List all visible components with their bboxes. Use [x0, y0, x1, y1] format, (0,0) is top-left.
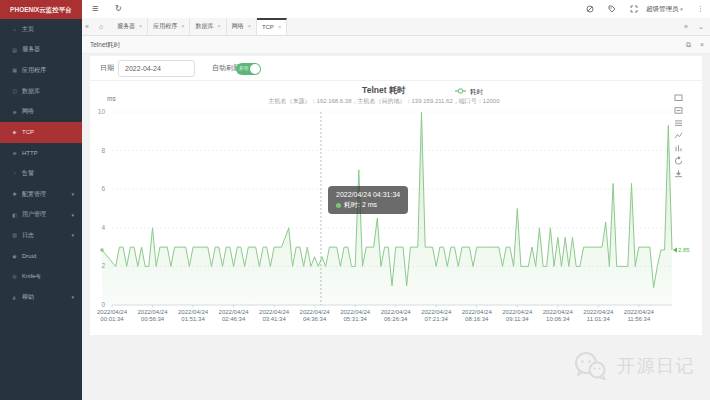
sidebar-item-label: HTTP: [22, 150, 38, 156]
tab-close-icon[interactable]: ×: [181, 23, 184, 29]
switch-bar-icon[interactable]: [676, 145, 681, 151]
x-tick-label: 2022/04/2411:56:34: [624, 309, 655, 322]
druid-icon: ◉: [11, 253, 18, 259]
date-label: 日期: [100, 63, 114, 73]
tab-label: 数据库: [195, 23, 213, 29]
y-tick-label: 10: [98, 108, 106, 115]
sidebar-item-服务器[interactable]: ▤服务器: [0, 40, 82, 61]
wechat-icon: [573, 352, 609, 380]
tab-close-icon[interactable]: ×: [139, 23, 142, 29]
sidebar-item-label: 日志: [22, 231, 34, 240]
x-tick-label: 2022/04/2405:31:34: [340, 309, 371, 322]
sidebar-item-配置管理[interactable]: ✱配置管理▾: [0, 184, 82, 205]
knife4j-icon: ◎: [11, 273, 18, 279]
tab-数据库[interactable]: 数据库×: [190, 18, 226, 35]
chevron-down-icon: ▾: [71, 294, 74, 300]
y-axis-unit: ms: [107, 95, 116, 102]
tab-网络[interactable]: 网络×: [227, 18, 257, 35]
page-title: Telnet耗时: [90, 36, 120, 53]
last-value-marker: [673, 247, 677, 252]
sidebar-item-应用程序[interactable]: ▦应用程序: [0, 60, 82, 81]
refresh-icon[interactable]: ↻: [115, 0, 122, 18]
tabs-back-icon[interactable]: «: [85, 18, 89, 35]
save-image-icon[interactable]: [675, 170, 682, 177]
sidebar-item-日志[interactable]: ▥日志▾: [0, 225, 82, 246]
home-icon: ⌂: [11, 26, 18, 32]
tab-close-icon[interactable]: ×: [248, 23, 251, 29]
tooltip-title: 2022/04/24 04:31:34: [336, 190, 400, 200]
tabs: 服务器×应用程序×数据库×网络×TCP×: [112, 18, 287, 35]
tooltip-value: 2 ms: [362, 201, 377, 208]
last-value-label: 2.85: [678, 247, 690, 253]
x-tick-label: 2022/04/2401:51:34: [178, 309, 209, 322]
server-icon: ▤: [11, 47, 18, 53]
tabbar: « ⌂ 服务器×应用程序×数据库×网络×TCP× » ⌄: [82, 18, 710, 36]
tabs-home-icon[interactable]: ⌂: [99, 18, 103, 35]
x-tick-label: 2022/04/2409:11:34: [502, 309, 533, 322]
sidebar-item-label: 应用程序: [22, 66, 46, 75]
x-tick-label: 2022/04/2404:36:34: [300, 309, 331, 322]
more-icon[interactable]: ⋮: [697, 0, 704, 18]
y-tick-label: 8: [101, 147, 105, 154]
chart-card: 日期 自动刷新 开启 Telnet 耗时主机名（来源）：192.168.6.38…: [90, 56, 702, 335]
sidebar-item-label: 网络: [22, 107, 34, 116]
alarm-icon: ◔: [11, 170, 18, 176]
box-select-icon[interactable]: [675, 95, 682, 101]
sidebar-item-Druid[interactable]: ◉Druid: [0, 246, 82, 267]
chevron-down-icon: ▾: [71, 232, 74, 238]
user-dropdown[interactable]: 超级管理员 ▾: [646, 0, 683, 18]
sidebar-menu: ⌂主页▤服务器▦应用程序◫数据库⊕网络◈TCP⊛HTTP◔告警✱配置管理▾◧用户…: [0, 19, 82, 307]
database-icon: ◫: [11, 88, 18, 94]
date-input[interactable]: [118, 60, 195, 77]
switch-line-icon[interactable]: [675, 133, 682, 138]
sidebar-item-Knife4j[interactable]: ◎Knife4j: [0, 266, 82, 287]
x-tick-label: 2022/04/2410:06:34: [543, 309, 574, 322]
x-tick-label: 2022/04/2402:46:34: [219, 309, 250, 322]
sidebar-item-label: 用户管理: [22, 210, 46, 219]
sidebar-item-用户管理[interactable]: ◧用户管理▾: [0, 204, 82, 225]
legend-dot-icon: [458, 89, 462, 93]
sidebar-item-label: Knife4j: [22, 273, 40, 279]
x-tick-label: 2022/04/2408:16:34: [462, 309, 493, 322]
sidebar-item-主页[interactable]: ⌂主页: [0, 19, 82, 40]
sidebar-item-label: 配置管理: [22, 190, 46, 199]
config-icon: ✱: [11, 191, 18, 197]
switch-on-text: 开启: [239, 63, 248, 75]
data-view-icon[interactable]: [675, 121, 682, 126]
sidebar-item-数据库[interactable]: ◫数据库: [0, 81, 82, 102]
tab-close-icon[interactable]: ×: [217, 23, 220, 29]
sidebar-item-告警[interactable]: ◔告警: [0, 163, 82, 184]
undo-zoom-icon[interactable]: [675, 108, 682, 114]
sidebar-item-TCP[interactable]: ◈TCP: [0, 122, 82, 143]
tab-服务器[interactable]: 服务器×: [112, 18, 148, 35]
window-restore-icon[interactable]: ⧉: [686, 36, 691, 53]
tab-TCP[interactable]: TCP×: [257, 18, 287, 35]
sidebar-item-label: 告警: [22, 169, 34, 178]
sidebar-item-HTTP[interactable]: ⊛HTTP: [0, 143, 82, 164]
legend-label[interactable]: 耗时: [470, 88, 484, 96]
y-tick-label: 4: [101, 224, 105, 231]
y-tick-label: 6: [101, 185, 105, 192]
watermark-text: 开源日记: [617, 354, 695, 378]
chart-title: Telnet 耗时: [362, 85, 406, 95]
window-close-icon[interactable]: ×: [700, 36, 704, 53]
content: 日期 自动刷新 开启 Telnet 耗时主机名（来源）：192.168.6.38…: [82, 54, 710, 400]
restore-icon[interactable]: [675, 157, 681, 164]
x-tick-label: 2022/04/2411:01:34: [583, 309, 614, 322]
sidebar-item-label: Druid: [22, 253, 36, 259]
tab-应用程序[interactable]: 应用程序×: [148, 18, 190, 35]
tabs-more-icon[interactable]: »: [684, 18, 688, 35]
sidebar-item-网络[interactable]: ⊕网络: [0, 101, 82, 122]
tab-close-icon[interactable]: ×: [278, 24, 281, 30]
tabs-collapse-icon[interactable]: ⌄: [698, 18, 704, 35]
collapse-menu-icon[interactable]: ≡: [92, 0, 98, 17]
watermark: 开源日记: [573, 352, 695, 380]
auto-refresh-switch[interactable]: 开启: [236, 63, 261, 75]
tab-label: 服务器: [117, 23, 135, 29]
user-name: 超级管理员: [646, 5, 679, 12]
chart-subtitle: 主机名（来源）：192.168.6.38，主机名（目的地）：139.159.21…: [269, 97, 501, 105]
chevron-down-icon: ▾: [71, 212, 74, 218]
tab-label: 网络: [232, 23, 244, 29]
sidebar-item-帮助[interactable]: ◭帮助▾: [0, 287, 82, 308]
x-tick-label: 2022/04/2403:41:34: [259, 309, 290, 322]
